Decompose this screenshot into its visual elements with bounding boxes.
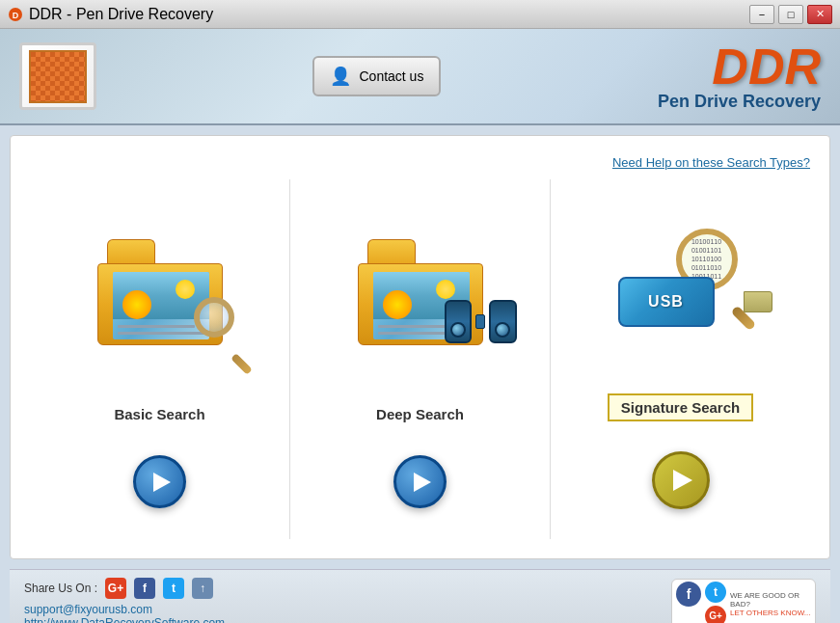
basic-search-icon	[64, 210, 257, 374]
main-content: Need Help on these Search Types?	[10, 135, 830, 559]
deep-search-label: Deep Search	[376, 406, 464, 422]
help-link[interactable]: Need Help on these Search Types?	[30, 155, 810, 170]
titlebar-left: D DDR - Pen Drive Recovery	[8, 6, 213, 23]
basic-search-option: Basic Search	[30, 179, 290, 539]
maximize-button[interactable]: □	[778, 5, 803, 24]
footer: Share Us On : G+ f t ↑ support@fixyourus…	[10, 569, 830, 623]
brand-area: DDR Pen Drive Recovery	[658, 41, 821, 112]
website-link[interactable]: http://www.DataRecoverySoftware.com	[24, 616, 225, 623]
share-row: Share Us On : G+ f t ↑	[24, 578, 225, 599]
header: 👤 Contact us DDR Pen Drive Recovery	[0, 29, 840, 125]
signature-search-icon: 1010011001001101101101000101101010011011…	[584, 209, 777, 364]
footer-right: f t G+ WE ARE GOOD OR BAD? LET OTHERS KN…	[671, 579, 816, 623]
footer-left: Share Us On : G+ f t ↑ support@fixyourus…	[24, 578, 225, 623]
app-logo	[19, 42, 96, 110]
share-label: Share Us On :	[24, 582, 97, 595]
feedback-icons: f t G+	[672, 579, 730, 623]
titlebar: D DDR - Pen Drive Recovery − □ ✕	[0, 0, 840, 29]
facebook-icon[interactable]: f	[134, 578, 155, 599]
basic-search-play-button[interactable]	[133, 455, 186, 508]
signature-search-option: 1010011001001101101101000101101010011011…	[551, 179, 810, 539]
deep-search-play-button[interactable]	[393, 455, 447, 508]
fb-twitter-icon: t	[705, 582, 726, 603]
deep-search-icon	[324, 210, 517, 374]
svg-text:D: D	[13, 11, 19, 20]
contact-label: Contact us	[359, 68, 423, 84]
usb-label-text: USB	[648, 293, 684, 311]
contact-button[interactable]: 👤 Contact us	[312, 56, 441, 96]
brand-ddr: DDR	[658, 41, 821, 92]
fb-google-icon: G+	[705, 606, 726, 624]
google-plus-icon[interactable]: G+	[105, 578, 126, 599]
window-title: DDR - Pen Drive Recovery	[29, 6, 213, 23]
email-link[interactable]: support@fixyourusb.com	[24, 603, 225, 616]
minimize-button[interactable]: −	[749, 5, 774, 24]
basic-search-label: Basic Search	[114, 406, 204, 422]
play-triangle-sig-icon	[673, 470, 692, 491]
fb-facebook-icon: f	[676, 582, 701, 607]
play-triangle-icon	[153, 473, 171, 492]
brand-subtitle: Pen Drive Recovery	[658, 92, 821, 112]
person-icon: 👤	[330, 66, 351, 87]
app-icon: D	[8, 7, 23, 22]
deep-search-option: Deep Search	[290, 179, 551, 539]
feedback-text: WE ARE GOOD OR BAD? LET OTHERS KNOW...	[730, 591, 815, 617]
share-icon[interactable]: ↑	[192, 578, 213, 599]
logo-checkerboard	[29, 50, 87, 103]
feedback-box: f t G+ WE ARE GOOD OR BAD? LET OTHERS KN…	[671, 579, 816, 623]
play-triangle-icon	[414, 473, 431, 492]
signature-search-label: Signature Search	[608, 393, 753, 421]
search-options: Basic Search	[30, 179, 810, 539]
close-button[interactable]: ✕	[807, 5, 832, 24]
titlebar-controls: − □ ✕	[749, 5, 832, 24]
signature-search-play-button[interactable]	[652, 451, 710, 509]
twitter-icon[interactable]: t	[163, 578, 184, 599]
